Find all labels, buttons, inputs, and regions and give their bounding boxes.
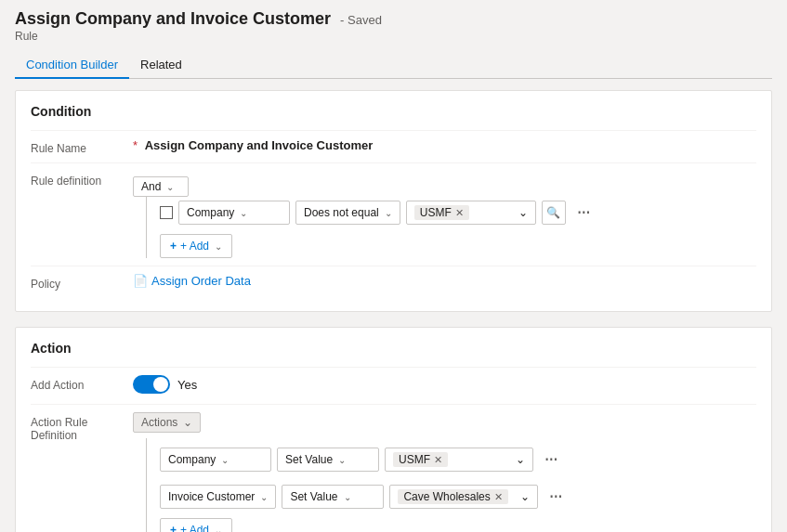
value-selector[interactable]: USMF ✕ ⌄ xyxy=(406,201,536,225)
toggle-container: Yes xyxy=(133,375,197,394)
action-rule-definition-label: Action Rule Definition xyxy=(31,412,133,442)
action-more-options-button-1[interactable]: ⋯ xyxy=(539,448,563,472)
action-field-dropdown-1[interactable]: Company ⌄ xyxy=(160,448,271,472)
value-tag-remove-icon[interactable]: ✕ xyxy=(455,207,464,219)
toggle-label: Yes xyxy=(177,378,197,392)
condition-tree: And ⌄ Company ⌄ Does not equal xyxy=(133,176,756,258)
action-operator-dropdown-1[interactable]: Set Value ⌄ xyxy=(277,448,379,472)
action-section-title: Action xyxy=(31,341,756,356)
action-operator-dropdown-2[interactable]: Set Value ⌄ xyxy=(282,485,384,509)
add-action-plus-icon: + xyxy=(170,524,177,532)
condition-checkbox[interactable] xyxy=(160,206,173,219)
rule-name-row: Rule Name * Assign Company and Invoice C… xyxy=(31,130,756,162)
add-chevron-icon: ⌄ xyxy=(215,241,222,252)
more-options-button[interactable]: ⋯ xyxy=(571,201,596,225)
add-plus-icon: + xyxy=(170,240,177,253)
tab-condition-builder[interactable]: Condition Builder xyxy=(15,50,129,79)
action-rule-definition-value: Actions ⌄ Company ⌄ Set Value xyxy=(133,412,756,532)
rule-name-value-container: * Assign Company and Invoice Customer xyxy=(133,138,756,152)
rule-definition-label: Rule definition xyxy=(31,171,133,188)
condition-row-1: Company ⌄ Does not equal ⌄ USMF ✕ xyxy=(160,201,756,225)
policy-label: Policy xyxy=(31,274,133,291)
policy-row: Policy 📄 Assign Order Data xyxy=(31,266,756,298)
tab-bar: Condition Builder Related xyxy=(15,50,772,79)
action-value-chevron-icon-2: ⌄ xyxy=(520,490,530,503)
policy-value: 📄 Assign Order Data xyxy=(133,274,756,288)
action-value-tag-2: Cave Wholesales ✕ xyxy=(398,489,507,504)
add-action-toggle[interactable] xyxy=(133,375,170,394)
action-tree-branch: Company ⌄ Set Value ⌄ USMF ✕ xyxy=(146,438,756,532)
action-rule-definition-row: Action Rule Definition Actions ⌄ Company xyxy=(31,404,756,532)
tab-related[interactable]: Related xyxy=(129,50,193,79)
rule-definition-value: And ⌄ Company ⌄ Does not equal xyxy=(133,171,756,258)
action-more-options-button-2[interactable]: ⋯ xyxy=(544,485,568,509)
page-container: Assign Company and Invoice Customer - Sa… xyxy=(0,0,787,532)
rule-definition-row: Rule definition And ⌄ Company xyxy=(31,162,756,266)
page-title: Assign Company and Invoice Customer xyxy=(15,9,331,29)
condition-tree-branch: Company ⌄ Does not equal ⌄ USMF ✕ xyxy=(146,197,756,258)
policy-link[interactable]: 📄 Assign Order Data xyxy=(133,274,251,288)
actions-dropdown-chevron-icon: ⌄ xyxy=(183,416,192,429)
actions-dropdown[interactable]: Actions ⌄ xyxy=(133,412,201,433)
add-action-row: Add Action Yes xyxy=(31,367,756,404)
action-tag-remove-icon-2[interactable]: ✕ xyxy=(494,491,503,503)
value-tag: USMF ✕ xyxy=(414,205,469,220)
value-selector-chevron-icon: ⌄ xyxy=(518,206,528,219)
action-section: Action Add Action Yes Action Rule Defini… xyxy=(15,327,772,532)
action-field-dropdown-2[interactable]: Invoice Customer ⌄ xyxy=(160,485,276,509)
action-row-1: Company ⌄ Set Value ⌄ USMF ✕ xyxy=(160,448,756,472)
logic-operator-chevron-icon: ⌄ xyxy=(166,182,174,192)
action-value-chevron-icon-1: ⌄ xyxy=(516,453,525,466)
policy-icon: 📄 xyxy=(133,274,148,288)
field-dropdown[interactable]: Company ⌄ xyxy=(178,201,290,225)
logic-operator-dropdown[interactable]: And ⌄ xyxy=(133,176,189,197)
add-action-label: Add Action xyxy=(31,375,133,392)
field-dropdown-chevron-icon: ⌄ xyxy=(240,208,247,218)
action-value-selector-1[interactable]: USMF ✕ ⌄ xyxy=(385,448,533,472)
add-action-button[interactable]: + + Add ⌄ xyxy=(160,518,232,532)
operator-dropdown-chevron-icon: ⌄ xyxy=(385,208,392,218)
page-header: Assign Company and Invoice Customer - Sa… xyxy=(15,9,772,43)
action-tag-remove-icon-1[interactable]: ✕ xyxy=(434,454,442,466)
action-field-chevron-icon-2: ⌄ xyxy=(260,492,268,502)
required-star: * xyxy=(133,138,138,152)
condition-section-title: Condition xyxy=(31,104,756,119)
action-rows-container: Company ⌄ Set Value ⌄ USMF ✕ xyxy=(160,444,756,513)
saved-status: - Saved xyxy=(340,13,382,27)
action-operator-chevron-icon-2: ⌄ xyxy=(344,492,351,502)
add-action-chevron-icon: ⌄ xyxy=(215,526,222,533)
rule-name-value: Assign Company and Invoice Customer xyxy=(145,138,374,152)
action-field-chevron-icon-1: ⌄ xyxy=(221,455,229,465)
action-value-tag-1: USMF ✕ xyxy=(393,452,448,467)
rule-name-label: Rule Name xyxy=(31,138,133,155)
add-condition-button[interactable]: + + Add ⌄ xyxy=(160,234,232,258)
action-row-2: Invoice Customer ⌄ Set Value ⌄ Cave Whol… xyxy=(160,485,756,509)
operator-dropdown[interactable]: Does not equal ⌄ xyxy=(295,201,400,225)
page-subtitle: Rule xyxy=(15,30,772,43)
search-button[interactable]: 🔍 xyxy=(542,201,566,225)
action-operator-chevron-icon-1: ⌄ xyxy=(338,455,346,465)
action-value-selector-2[interactable]: Cave Wholesales ✕ ⌄ xyxy=(389,485,538,509)
toggle-knob xyxy=(153,377,168,392)
add-action-value: Yes xyxy=(133,375,756,396)
condition-section: Condition Rule Name * Assign Company and… xyxy=(15,90,772,312)
